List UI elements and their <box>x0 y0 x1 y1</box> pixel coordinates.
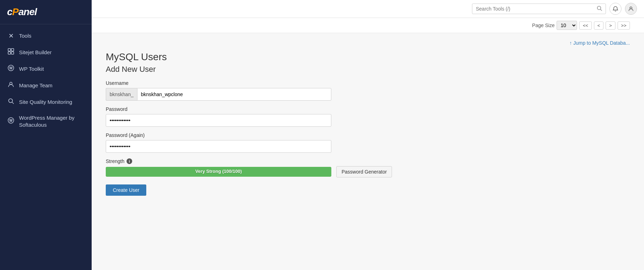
sidebar-item-wordpress-manager[interactable]: W WordPress Manager by Softaculous <box>0 110 92 132</box>
sidebar-logo: cPanel <box>0 0 92 24</box>
username-row: bknskhan_ <box>106 88 331 101</box>
password-again-label: Password (Again) <box>106 132 630 138</box>
pagination-first-button[interactable]: << <box>579 21 591 30</box>
strength-label-text: Strength <box>106 158 124 164</box>
site-quality-icon <box>7 98 15 106</box>
password-generator-button[interactable]: Password Generator <box>336 166 392 177</box>
user-avatar[interactable] <box>625 3 637 15</box>
wordpress-manager-icon: W <box>7 117 15 125</box>
svg-rect-1 <box>11 49 14 51</box>
create-user-group: Create User <box>106 184 630 196</box>
page-title: MySQL Users <box>106 51 630 63</box>
svg-text:W: W <box>9 66 13 70</box>
svg-rect-0 <box>8 49 11 51</box>
cpanel-logo: cPanel <box>7 6 85 18</box>
sidebar-item-manage-team[interactable]: Manage Team <box>0 77 92 94</box>
strength-label-container: Strength i <box>106 158 630 164</box>
sidebar-item-tools[interactable]: ✕ Tools <box>0 28 92 44</box>
content-area: ↑ Jump to MySQL Databa... MySQL Users Ad… <box>92 33 644 270</box>
strength-group: Strength i Very Strong (100/100) Passwor… <box>106 158 630 177</box>
sidebar-item-wp-toolkit[interactable]: W WP Toolkit <box>0 61 92 77</box>
svg-point-7 <box>9 99 13 103</box>
sidebar-item-wordpress-manager-label: WordPress Manager by Softaculous <box>19 114 85 128</box>
page-size-label: Page Size <box>532 23 555 28</box>
sitejet-icon <box>7 48 15 56</box>
sidebar-item-site-quality[interactable]: Site Quality Monitoring <box>0 94 92 110</box>
username-label: Username <box>106 80 630 86</box>
password-again-input[interactable] <box>106 140 331 153</box>
manage-team-icon <box>7 81 15 89</box>
jump-link-container: ↑ Jump to MySQL Databa... <box>106 40 630 48</box>
password-label: Password <box>106 106 630 112</box>
pagination-bar: Page Size 10 25 50 100 << < > >> <box>92 18 644 33</box>
username-prefix: bknskhan_ <box>106 88 137 101</box>
wp-toolkit-icon: W <box>7 65 15 73</box>
strength-row: Very Strong (100/100) Password Generator <box>106 166 630 177</box>
sidebar-item-site-quality-label: Site Quality Monitoring <box>19 99 72 106</box>
svg-line-12 <box>601 10 602 11</box>
main-content: Page Size 10 25 50 100 << < > >> ↑ Jump … <box>92 0 644 270</box>
sidebar-item-sitejet[interactable]: Sitejet Builder <box>0 44 92 61</box>
sidebar-nav: ✕ Tools Sitejet Builder W WP Toolkit Man… <box>0 24 92 136</box>
password-input[interactable] <box>106 114 331 127</box>
svg-rect-3 <box>11 52 14 54</box>
pagination-prev-button[interactable]: < <box>594 21 604 30</box>
page-size-select[interactable]: 10 25 50 100 <box>557 21 577 30</box>
search-icon <box>597 6 602 12</box>
section-title: Add New User <box>106 65 630 74</box>
search-bar[interactable] <box>472 4 606 14</box>
svg-rect-2 <box>8 52 11 54</box>
pagination-last-button[interactable]: >> <box>618 21 630 30</box>
tools-icon: ✕ <box>7 32 15 40</box>
header <box>92 0 644 18</box>
strength-info-icon[interactable]: i <box>127 158 132 164</box>
username-input[interactable] <box>137 88 331 101</box>
sidebar-item-sitejet-label: Sitejet Builder <box>19 49 52 56</box>
jump-to-mysql-link[interactable]: ↑ Jump to MySQL Databa... <box>570 40 630 46</box>
svg-text:W: W <box>9 119 13 123</box>
svg-line-8 <box>12 102 14 104</box>
sidebar-item-manage-team-label: Manage Team <box>19 82 53 89</box>
bell-icon[interactable] <box>609 3 621 15</box>
pagination-next-button[interactable]: > <box>606 21 615 30</box>
strength-bar-container: Very Strong (100/100) <box>106 167 331 177</box>
sidebar: cPanel ✕ Tools Sitejet Builder W WP Tool… <box>0 0 92 270</box>
search-input[interactable] <box>476 6 597 12</box>
username-group: Username bknskhan_ <box>106 80 630 101</box>
sidebar-item-wp-toolkit-label: WP Toolkit <box>19 65 44 73</box>
strength-bar-text: Very Strong (100/100) <box>195 169 242 174</box>
sidebar-item-tools-label: Tools <box>19 32 31 39</box>
password-again-group: Password (Again) <box>106 132 630 153</box>
create-user-button[interactable]: Create User <box>106 184 146 196</box>
password-group: Password <box>106 106 630 127</box>
